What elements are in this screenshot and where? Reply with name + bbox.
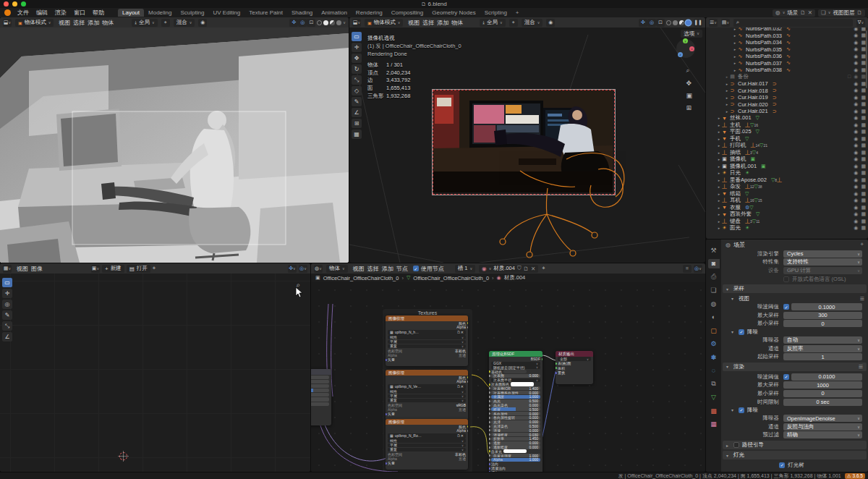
hide-viewport-icon[interactable]: ◉ [854,184,858,190]
hide-viewport-icon[interactable]: ◉ [854,205,858,211]
app-menu-窗口[interactable]: 窗口 [70,9,89,17]
breadcrumb-item[interactable]: 材质.004 [504,274,526,281]
blend-dropdown[interactable]: 混合∨ [522,19,543,27]
subsection-降噪[interactable]: ▾✓降噪 [721,328,868,336]
material-selector[interactable]: ◉∨ 材质.004 ⛉ 🗋 ✕ [479,265,538,273]
output-icon[interactable]: ⎙ [708,272,720,281]
hide-viewport-icon[interactable]: ◉ [854,109,858,114]
setting-value[interactable]: 0.0100 [791,373,862,381]
outliner-item[interactable]: ▸▤备份□◉▦ [706,74,868,81]
workspace-tab-uv-editing[interactable]: UV Editing [208,9,244,17]
setting-checkbox[interactable]: ✓ [783,304,789,310]
disable-render-icon[interactable]: ▦ [861,74,866,80]
rotate-tool[interactable]: ↻ [352,64,362,74]
hide-viewport-icon[interactable]: ◉ [854,225,858,231]
disable-render-icon[interactable]: ▦ [861,109,866,114]
principled-bsdf-node[interactable]: 原理化BSDF BSDF GGX∨随机游走(固定半径)∨基础色次表面0.000次… [489,351,542,472]
workspace-tab-texture-paint[interactable]: Texture Paint [244,9,287,17]
dropdown[interactable]: 重复∨ [388,344,466,349]
viewport-menu[interactable]: 物体 [450,19,464,27]
row-checkbox[interactable]: ✓ [779,462,785,468]
shader-editor-menu[interactable]: 节点 [395,265,409,273]
dropdown[interactable]: 线性∨ [388,389,466,394]
viewport-menu[interactable]: 添加 [435,19,450,27]
dropdown[interactable]: GGX∨ [491,362,540,365]
outliner-item[interactable]: ▸丄主机丄▽16◉▦ [706,122,868,129]
output-node-header[interactable]: 材质输出 [556,351,593,357]
image-name-field[interactable]: ▦uplbmp_N_h…🗋✕ [388,330,466,335]
measure-tool[interactable]: ∠ [352,108,362,117]
display-mode-icon[interactable]: ▤∨ [721,19,730,27]
setting-value[interactable]: 自动∨ [783,336,862,344]
workspace-tab-layout[interactable]: Layout [118,9,144,17]
modifier-icon[interactable]: ⚙ [708,339,720,349]
hide-viewport-icon[interactable]: ◉ [854,219,858,224]
value-slider[interactable]: Alpha1.000 [491,458,540,462]
hide-viewport-icon[interactable]: ◉ [854,60,858,66]
outliner-item[interactable]: ▸∿NurbsPath.035∿◉▦ [706,46,868,54]
gizmo-toggle-icon[interactable]: ✣∨ [288,265,297,273]
setting-value[interactable]: 0.1000 [791,303,862,310]
select-box-tool[interactable]: ▭ [352,32,362,41]
image-buttons[interactable]: 🗋✕ [457,330,464,334]
subsection-checkbox[interactable]: ✓ [739,407,744,413]
setting-value[interactable]: 0 [783,390,862,397]
subsection-视图[interactable]: ▾视图☰ [721,294,868,302]
outliner-item[interactable]: ▸▣摄像机.001▣◉▦ [706,163,868,170]
image-browse-icon[interactable]: ▣∨ [91,265,100,273]
dropdown[interactable]: 平展∨ [388,340,466,344]
dropdown[interactable]: 线性∨ [388,335,466,339]
mode-dropdown[interactable]: ▣物体模式∨ [365,19,403,27]
value-slider[interactable]: 光泽0.000 [491,420,540,424]
shader-editor-menu[interactable]: 添加 [380,265,395,273]
subsection-checkbox[interactable]: ✓ [739,329,744,335]
version-badge[interactable]: ⚠ 3.6.5 [845,473,865,479]
workspace-tab-modeling[interactable]: Modeling [144,9,176,17]
filter-icon[interactable]: ∇∨ [856,19,865,27]
world-icon[interactable]: ◐ [708,313,720,322]
orientation-dropdown[interactable]: ⤓全局∨ [480,19,505,27]
hide-viewport-icon[interactable]: ◉ [854,150,858,156]
shader-editor[interactable]: ◍∨ 物体∨ 视图选择添加节点 ✓ 使用节点 槽 1∨ ◉∨ 材质.004 ⛉ … [311,263,705,472]
disable-render-icon[interactable]: ▦ [861,67,866,73]
workspace-tab-scripting[interactable]: Scripting [480,9,511,17]
app-menu-渲染[interactable]: 渲染 [51,9,70,17]
outliner-item[interactable]: ▸丄打印机丄14▽21◉▦ [706,143,868,150]
value-slider[interactable]: 糙度0.500 [491,407,540,411]
camera-view-icon[interactable]: ▣ [686,92,692,99]
row-checkbox[interactable]: ✓ [783,276,789,282]
disable-render-icon[interactable]: ▦ [861,177,866,183]
partial-node[interactable] [311,369,331,425]
outliner-search-input[interactable]: ⌕ [733,19,853,27]
particles-icon[interactable]: ✽ [708,352,720,362]
new-view-layer-icon[interactable]: 🗋 [857,9,863,16]
bsdf-row-切向[interactable]: 切向 [489,470,542,472]
viewport-menu[interactable]: 物体 [101,19,115,27]
output-input-socket[interactable]: 置换 [556,370,593,376]
properties-editor[interactable]: ⚒◙⎙❏◍◐▢⚙✽◌⧉▽▩▦ ◍ 场景 ⌖ 渲染引擎Cycles∨特性集支持特性… [706,240,868,472]
setting-value[interactable]: 300 [783,312,862,319]
new-scene-icon[interactable]: 🗋 [800,9,806,16]
viewport-menu[interactable]: 视图 [407,19,421,27]
hide-viewport-icon[interactable]: ◉ [854,129,858,135]
value-slider[interactable]: 次表面IOR1.400 [491,386,540,390]
image-editor-canvas[interactable]: ⌕ [0,274,310,472]
shading-solid-icon[interactable] [673,20,678,25]
image-buttons[interactable]: 🗋✕ [457,384,464,389]
dropdown[interactable]: 线性∨ [388,438,466,443]
scene-icon[interactable]: ◍ [708,299,720,308]
outliner-scrollbar[interactable] [866,30,867,88]
preset-menu-icon[interactable]: ☰ [859,364,863,370]
physics-icon[interactable]: ◌ [708,366,720,376]
image-datablock[interactable]: ▦uplbmp_N_Ve…🗋✕ [386,383,468,389]
blend-dropdown[interactable]: 混合∨ [174,19,195,27]
outliner-item[interactable]: ▸▼平面.025▽◉▦ [706,129,868,136]
viewport-rendered[interactable]: ⬓∨ ▣物体模式∨ 视图选择添加物体 ⤓全局∨ ⌖ 混合∨ ◉ ✣ ◎ ⊡ ❚❚… [349,17,705,263]
mode-dropdown[interactable]: ▣物体模式∨ [15,19,54,27]
outliner-item[interactable]: ▸▣摄像机▣◉▦ [706,156,868,164]
hide-viewport-icon[interactable]: ◉ [854,54,858,59]
viewport-menu[interactable]: 视图 [57,19,72,27]
image-editor-menu[interactable]: 视图 [15,265,30,273]
vector-input-socket[interactable]: 矢量 [386,412,468,416]
image-texture-node[interactable]: 图像纹理颜色Alpha▦uplbmp_N_h…🗋✕线性∨平展∨重复∨色彩空间非彩… [386,315,468,366]
